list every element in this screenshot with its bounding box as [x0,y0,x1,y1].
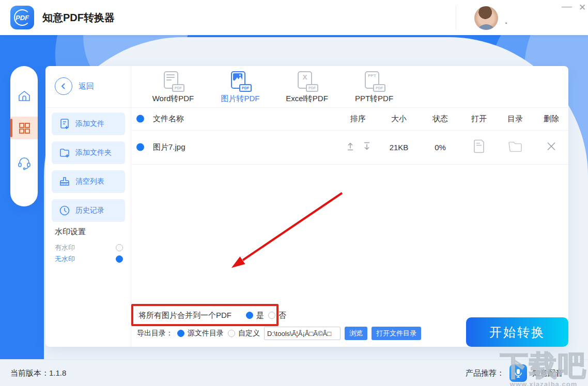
status-bar: 当前版本：1.1.8 产品推荐： 知意配音 [0,359,588,386]
table-row: 图片7.jpg 21KB 0% [131,130,568,164]
ppt-doc-icon: PPT PDF [363,70,385,92]
close-x-icon [546,141,557,152]
image-doc-icon: PDF [229,70,252,92]
excel-doc-icon: X PDF [296,70,318,92]
minimize-button[interactable]: — [559,0,575,13]
open-document-icon [472,139,486,154]
column-open: 打开 [471,114,487,124]
column-status: 状态 [432,114,448,124]
titlebar-divider [456,5,456,30]
export-source-option[interactable]: 源文件目录 [177,329,224,338]
history-button[interactable]: 历史记录 [52,199,125,222]
grid-icon [18,121,31,135]
annotation-red-box [131,304,278,326]
row-divider [131,164,568,165]
watermark-settings-title: 水印设置 [55,227,86,237]
add-file-button[interactable]: 添加文件 [52,112,125,135]
column-size: 大小 [391,114,407,124]
app-logo-icon: PDF [10,6,34,29]
avatar[interactable] [474,6,498,30]
export-custom-label: 自定义 [238,329,260,338]
user-label: 。 [505,17,512,26]
app-title: 知意PDF转换器 [42,11,115,25]
clear-list-button[interactable]: 清空列表 [52,170,125,193]
microphone-icon [513,368,523,378]
table-header-row: 文件名称 排序 大小 状态 打开 目录 删除 [131,107,568,130]
tab-image-to-pdf[interactable]: PDF 图片转PDF [212,70,269,106]
rail-support-button[interactable] [10,152,38,174]
arrow-up-to-top-icon [346,142,355,151]
watermark-without-radio[interactable] [116,255,123,263]
export-custom-option[interactable]: 自定义 [228,329,260,338]
file-name: 图片7.jpg [153,142,185,152]
back-arrow-icon [55,77,72,95]
side-rail [10,66,38,206]
rail-converter-button[interactable] [10,117,38,139]
app-window: PDF 知意PDF转换器 。 — ✕ [0,0,588,386]
promo-app-button[interactable] [509,364,527,382]
file-progress: 0% [435,143,446,152]
add-folder-icon [59,147,70,158]
title-bar: PDF 知意PDF转换器 。 — ✕ [0,0,588,35]
delete-row-button[interactable] [546,141,557,154]
history-clock-icon [59,205,70,216]
history-label: 历史记录 [75,206,104,215]
home-icon [18,89,31,103]
watermark-with-label: 有水印 [55,243,75,252]
tab-ppt-to-pdf[interactable]: PPT PDF PPT转PDF [346,70,403,106]
tab-word-label: Word转PDF [152,94,194,104]
add-folder-label: 添加文件夹 [75,148,112,157]
column-file-name: 文件名称 [153,114,184,124]
export-custom-radio[interactable] [228,330,235,337]
tab-word-to-pdf[interactable]: PDF Word转PDF [145,70,202,106]
row-select-toggle[interactable] [136,143,144,151]
export-path-input[interactable] [264,327,341,340]
select-all-toggle[interactable] [136,115,144,123]
close-button[interactable]: ✕ [575,0,588,14]
export-directory-row: 导出目录： 源文件目录 自定义 浏览 打开文件目录 [137,327,421,340]
version-label: 当前版本：1.1.8 [10,360,66,386]
promo-app-name[interactable]: 知意配音 [532,368,563,378]
annotation-arrow [222,187,351,277]
back-button[interactable]: 返回 [55,77,94,95]
move-bottom-button[interactable] [362,142,372,153]
clear-brush-icon [59,176,70,187]
open-directory-button[interactable] [507,140,523,155]
column-sort: 排序 [350,114,366,124]
column-directory: 目录 [507,114,523,124]
tab-image-label: 图片转PDF [221,94,260,104]
watermark-without-label: 无水印 [55,254,75,264]
word-doc-icon: PDF [162,70,184,92]
export-source-radio[interactable] [177,330,184,337]
add-folder-button[interactable]: 添加文件夹 [52,141,125,164]
add-file-label: 添加文件 [75,119,104,128]
file-size: 21KB [390,143,409,152]
export-source-label: 源文件目录 [188,329,224,338]
tab-excel-to-pdf[interactable]: X PDF Excel转PDF [278,70,335,106]
headset-icon [17,156,32,170]
promo-label: 产品推荐： [466,368,504,378]
start-convert-button[interactable]: 开始转换 [466,317,568,347]
watermark-with-radio[interactable] [116,244,123,251]
open-file-button[interactable] [472,139,486,155]
add-file-icon [59,118,70,130]
move-top-button[interactable] [346,142,355,153]
arrow-down-to-bottom-icon [362,142,372,151]
open-file-directory-button[interactable]: 打开文件目录 [372,327,421,340]
export-label: 导出目录： [137,329,173,338]
column-delete: 删除 [544,114,559,124]
folder-icon [507,140,523,153]
tab-excel-label: Excel转PDF [286,94,328,104]
back-label: 返回 [79,82,94,91]
tab-ppt-label: PPT转PDF [355,94,393,104]
watermark-option-with[interactable]: 有水印 [55,244,123,252]
browse-button[interactable]: 浏览 [345,327,367,340]
main-panel: 返回 添加文件 添加文件夹 清空列表 历 [45,66,568,347]
pdf-logo-text: PDF [14,9,30,26]
clear-list-label: 清空列表 [75,177,104,186]
watermark-option-without[interactable]: 无水印 [55,255,123,263]
product-promo: 产品推荐： 知意配音 [466,360,563,386]
merge-no-label: 否 [278,311,286,320]
rail-home-button[interactable] [10,85,38,107]
